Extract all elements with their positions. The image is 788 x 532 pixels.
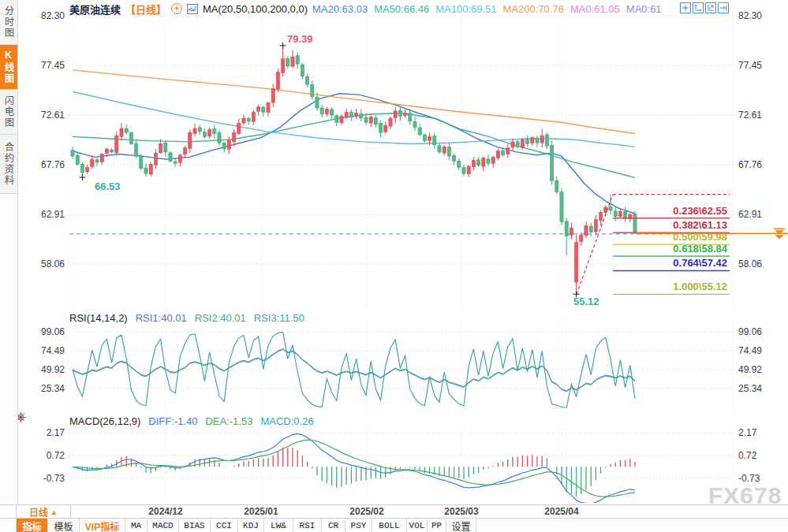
rsi-value-0: RSI1:40.01 [136, 312, 187, 324]
price-axis-label-right: 67.76 [738, 159, 762, 170]
add-indicator-icon[interactable]: + [171, 3, 182, 14]
period-tag: 【日线】 [125, 2, 166, 17]
price-axis-label-right: 58.06 [738, 259, 762, 270]
fib-label-5: 1.000\55.12 [601, 281, 727, 292]
date-label-2024/12: 2024/12 [142, 506, 189, 517]
macd-axis-label-left: 2.17 [21, 427, 65, 438]
toolbar-item-PSY[interactable]: PSY [345, 519, 372, 532]
macd-value-0: DIFF:-1.40 [148, 415, 197, 427]
rsi-axis-label-right: 25.34 [738, 383, 762, 394]
date-label-2025/03: 2025/03 [438, 506, 485, 517]
rsi-value-2: RSI3:11.50 [254, 312, 304, 324]
scale-axis-icon[interactable] [693, 2, 704, 13]
toolbar-item-LW&[interactable]: LW& [264, 519, 293, 532]
macd-axis-label-right: 0.72 [738, 450, 756, 461]
chart-title-row: 美原油连续 【日线】 + MA(20,50,100,200,0,0) MA20:… [69, 2, 662, 15]
toolbar-item-指标[interactable]: 指标 [17, 519, 48, 532]
annotation-low: 55.12 [573, 296, 599, 307]
pan-right-icon[interactable] [718, 2, 729, 13]
rsi-axis-label-right: 49.92 [738, 364, 762, 375]
toolbar-item-VIP指标[interactable]: VIP指标 [80, 519, 125, 532]
crosshair-icon[interactable] [680, 2, 691, 13]
rsi-title: RSI(14,14,2) [69, 312, 128, 324]
annotation-mid-low: 66.53 [95, 180, 121, 192]
price-axis-label-left: 82.30 [21, 10, 65, 21]
period-selector[interactable]: 日线 ▲ [16, 505, 71, 519]
sidebar-item-2[interactable]: 闪电图 [0, 90, 17, 135]
period-label: 日线 [29, 505, 48, 519]
ma-legend-value-0: MA20:63.03 [312, 3, 368, 15]
scale-time-icon[interactable] [705, 2, 716, 13]
macd-value-1: DEA:-1.53 [205, 415, 252, 427]
toolbar-item-MACD[interactable]: MACD [148, 519, 179, 532]
rsi-header: RSI(14,14,2) RSI1:40.01RSI2:40.01RSI3:11… [69, 312, 304, 323]
rsi-axis-label-left: 25.34 [21, 383, 65, 394]
macd-title: MACD(26,12,9) [69, 415, 140, 427]
rsi-values: RSI1:40.01RSI2:40.01RSI3:11.50 [136, 312, 304, 324]
ma-legend-value-1: MA50:66.46 [374, 3, 429, 15]
toolbar-item-PP[interactable]: PP [428, 519, 446, 532]
toolbar-item-RSI[interactable]: RSI [293, 519, 322, 532]
macd-header: MACD(26,12,9) DIFF:-1.40DEA:-1.53MACD:0.… [69, 415, 314, 426]
sidebar-item-0[interactable]: 分时图 [0, 0, 17, 45]
fib-label-1: 0.382\61.13 [601, 220, 727, 231]
ma-legend-value-3: MA200:70.76 [503, 3, 564, 15]
toolbar-item-KDJ[interactable]: KDJ [238, 519, 264, 532]
ma-legend-value-2: MA100:69.51 [435, 3, 496, 15]
rsi-axis-label-left: 74.49 [21, 345, 65, 356]
rsi-axis-label-right: 74.49 [738, 345, 762, 356]
xaxis-row: 日线 ▲ 2024/122025/012025/022025/032025/04 [0, 504, 788, 519]
toolbar-item-模板[interactable]: 模板 [48, 519, 80, 532]
toolbar-item-CCI[interactable]: CCI [211, 519, 238, 532]
toolbar-item-BOLL[interactable]: BOLL [372, 519, 407, 532]
toolbar-spacer [0, 519, 17, 532]
macd-axis-label-left: -0.73 [21, 473, 65, 484]
date-label-2025/04: 2025/04 [538, 506, 585, 517]
toolbar-item-VOL[interactable]: VOL [407, 519, 428, 532]
macd-values: DIFF:-1.40DEA:-1.53MACD:0.26 [148, 415, 313, 427]
rsi-axis-label-left: 99.06 [21, 326, 65, 337]
rsi-value-1: RSI2:40.01 [195, 312, 246, 324]
toolbar-item-CR[interactable]: CR [322, 519, 345, 532]
period-arrow-icon: ▲ [50, 508, 58, 516]
price-axis-label-right: 62.91 [738, 209, 762, 220]
sidebar-item-1[interactable]: K线图 [0, 45, 17, 90]
date-label-2025/01: 2025/01 [237, 506, 285, 517]
ma-legend: MA20:63.03MA50:66.46MA100:69.51MA200:70.… [312, 3, 662, 15]
annotation-high: 79.39 [287, 33, 313, 45]
toolbar-item-MA[interactable]: MA [125, 519, 148, 532]
sidebar-item-3[interactable]: 合约资料 [0, 135, 17, 194]
ma-formula: MA(20,50,100,200,0,0) [203, 3, 308, 15]
macd-axis-label-left: 0.72 [21, 450, 65, 461]
date-label-2025/02: 2025/02 [343, 506, 390, 517]
chart-type-icon[interactable] [187, 4, 198, 14]
fib-label-0: 0.236\62.55 [601, 206, 727, 217]
chart-type-sidebar: 分时图K线图闪电图合约资料 [0, 0, 18, 504]
toolbar-item-BIAS[interactable]: BIAS [179, 519, 211, 532]
price-axis-label-right: 77.45 [738, 60, 762, 71]
price-axis-label-left: 67.76 [21, 159, 65, 170]
fib-label-2: 0.500\59.98 [601, 232, 727, 243]
rsi-axis-label-right: 99.06 [738, 326, 762, 337]
symbol-name: 美原油连续 [69, 2, 121, 17]
indicator-toolbar: 指标模板VIP指标MAMACDBIASCCIKDJLW&RSICRPSYBOLL… [0, 518, 788, 532]
price-axis-label-right: 82.30 [738, 10, 762, 21]
price-axis-label-left: 62.91 [21, 209, 65, 220]
macd-axis-label-right: 2.17 [738, 427, 756, 438]
rsi-axis-label-left: 49.92 [21, 364, 65, 375]
fib-label-4: 0.764\57.42 [601, 258, 727, 269]
chart-toolbar-icons [680, 2, 729, 13]
macd-value-2: MACD:0.26 [260, 415, 313, 427]
price-axis-label-right: 72.61 [738, 110, 762, 121]
ma-legend-value-4: MA0:61.05 [570, 3, 620, 15]
trading-app-window: 分时图K线图闪电图合约资料 美原油连续 【日线】 + MA(20,50,100,… [0, 0, 788, 532]
price-axis-label-left: 72.61 [21, 110, 65, 121]
fib-label-3: 0.618\58.84 [601, 244, 727, 255]
toolbar-item-设置[interactable]: 设置 [446, 519, 476, 532]
macd-axis-label-right: -0.73 [738, 473, 760, 484]
price-axis-label-left: 77.45 [21, 60, 65, 71]
ma-legend-value-5: MA0:61 [626, 3, 662, 15]
price-axis-label-left: 58.06 [21, 259, 65, 270]
